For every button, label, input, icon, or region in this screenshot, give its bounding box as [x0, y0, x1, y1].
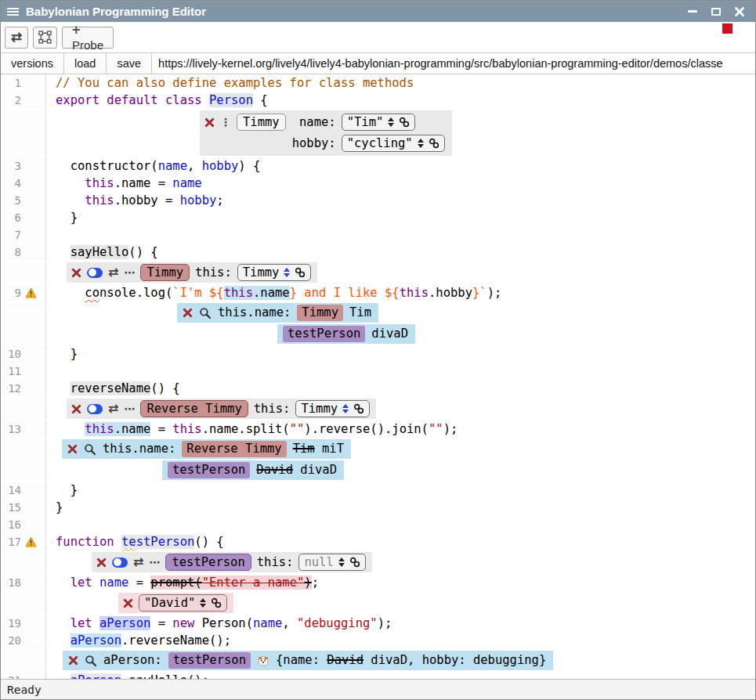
stepper-icon[interactable]: [342, 404, 349, 413]
example-widget-class: ⋮ Timmy name: "Tim" hobby:: [1, 110, 755, 156]
delete-example-icon[interactable]: [71, 268, 81, 278]
more-options-icon[interactable]: ⋯: [124, 267, 135, 278]
delete-probe-icon[interactable]: [183, 308, 193, 318]
link-icon[interactable]: [353, 403, 364, 414]
delete-example-icon[interactable]: [71, 404, 81, 414]
menu-icon[interactable]: [1, 8, 24, 16]
example-name-badge[interactable]: testPerson: [165, 554, 251, 571]
probe-old-value: David: [327, 653, 364, 667]
delete-replacement-icon[interactable]: [123, 598, 133, 608]
toggle-switch[interactable]: [87, 268, 103, 278]
this-value-box[interactable]: Timmy: [295, 400, 370, 417]
swap-examples-button[interactable]: ⇄: [5, 27, 28, 49]
line-number: 10: [1, 345, 21, 363]
maximize-button[interactable]: [710, 6, 722, 17]
probe-example-badge[interactable]: testPerson: [168, 462, 250, 478]
code-line: 14 }: [1, 482, 755, 499]
example-name-badge[interactable]: Timmy: [237, 114, 286, 131]
code-line: 13 this.name = this.name.split("").rever…: [1, 420, 755, 438]
this-value[interactable]: null: [304, 554, 333, 570]
minimize-button[interactable]: [686, 6, 699, 17]
replacement-value-box[interactable]: "David": [139, 594, 227, 612]
url-field[interactable]: https://lively-kernel.org/lively4/lively…: [152, 53, 755, 74]
code-line: 8 sayHello() {: [1, 244, 755, 261]
status-bar: Ready: [1, 679, 755, 699]
stepper-icon[interactable]: [418, 139, 424, 148]
probe-example-badge[interactable]: testPerson: [283, 326, 365, 342]
link-icon[interactable]: [211, 597, 222, 608]
stepper-icon[interactable]: [284, 268, 290, 277]
status-text: Ready: [7, 684, 42, 696]
trace-arrows-icon[interactable]: ⇄: [108, 402, 118, 415]
field-value-box[interactable]: "Tim": [342, 114, 416, 131]
this-label: this:: [254, 402, 291, 416]
toggle-switch[interactable]: [87, 404, 103, 414]
delete-example-icon[interactable]: [204, 117, 215, 128]
trace-arrows-icon[interactable]: ⇄: [133, 556, 143, 568]
bounds-button[interactable]: [33, 27, 57, 49]
field-value[interactable]: "Tim": [347, 114, 384, 130]
plus-icon: +: [72, 23, 81, 37]
trace-arrows-icon[interactable]: ⇄: [108, 266, 118, 279]
probe-example-badge[interactable]: Reverse Timmy: [182, 441, 286, 457]
code-line: 10 }: [1, 345, 755, 363]
code-line: 19 let aPerson = new Person(name, "debug…: [1, 615, 755, 632]
line-number: 21: [1, 672, 21, 679]
close-button[interactable]: [733, 6, 746, 17]
selection-bounds-icon: [38, 31, 52, 44]
example-name-badge[interactable]: Timmy: [140, 264, 190, 281]
example-widget-reversename: ⇄ ⋯ Reverse Timmy this: Timmy: [1, 399, 755, 419]
replacement-value[interactable]: "David": [144, 595, 195, 611]
line-number: 1: [1, 74, 21, 92]
link-icon[interactable]: [349, 557, 360, 568]
code-line: 4 this.name = name: [1, 175, 755, 192]
save-button[interactable]: save: [107, 53, 152, 74]
probe-old-value: Tim: [293, 442, 315, 456]
field-value-box[interactable]: "cycling": [342, 135, 445, 152]
unsaved-indicator: [722, 23, 732, 34]
example-widget-sayhello: ⇄ ⋯ Timmy this: Timmy: [1, 262, 755, 283]
code-line: 5 this.hobby = hobby;: [1, 192, 755, 209]
link-icon[interactable]: [399, 117, 410, 128]
window-titlebar: Babylonian Programming Editor: [1, 1, 755, 22]
stepper-icon[interactable]: [200, 598, 206, 608]
delete-example-icon[interactable]: [96, 557, 107, 568]
this-label: this:: [257, 555, 294, 569]
more-options-icon[interactable]: ⋯: [124, 403, 135, 414]
code-line: 11: [1, 363, 755, 380]
probe-widget-reversename: this.name: Reverse Timmy Tim miT testPer…: [1, 439, 755, 480]
code-line: 3 constructor(name, hobby) {: [1, 157, 755, 175]
link-icon[interactable]: [295, 267, 306, 278]
probe-value: divaD: [371, 326, 408, 342]
more-options-icon[interactable]: ⋯: [149, 557, 160, 568]
versions-button[interactable]: versions: [1, 53, 64, 74]
probe-value: miT: [322, 442, 344, 456]
add-probe-button[interactable]: + Probe: [62, 27, 114, 49]
delete-probe-icon[interactable]: [67, 444, 78, 454]
load-button[interactable]: load: [64, 53, 107, 74]
code-editor[interactable]: 1// You can also define examples for cla…: [1, 74, 755, 679]
probe-value: {name:: [276, 653, 327, 667]
stepper-icon[interactable]: [388, 117, 394, 127]
probe-example-badge[interactable]: testPerson: [168, 652, 251, 669]
window-title: Babylonian Programming Editor: [26, 5, 206, 18]
link-icon[interactable]: [429, 138, 439, 149]
delete-probe-icon[interactable]: [68, 655, 78, 666]
line-number: 15: [1, 499, 21, 516]
probe-example-badge[interactable]: Timmy: [297, 305, 343, 321]
this-value-box[interactable]: null: [298, 554, 365, 571]
magnifier-icon: [84, 443, 96, 456]
this-value[interactable]: Timmy: [301, 401, 338, 417]
toggle-switch[interactable]: [112, 557, 128, 568]
code-line: 9 console.log(`I'm ${this.name} and I li…: [1, 284, 755, 301]
drag-handle-icon[interactable]: ⋮: [220, 117, 231, 128]
field-value[interactable]: "cycling": [347, 135, 413, 151]
example-name-badge[interactable]: Reverse Timmy: [140, 400, 248, 417]
line-number: 18: [1, 574, 21, 591]
stepper-icon[interactable]: [338, 557, 345, 567]
this-value-box[interactable]: Timmy: [237, 264, 312, 281]
probe-value: divaD: [300, 463, 337, 477]
this-value[interactable]: Timmy: [243, 265, 280, 280]
magnifier-icon: [85, 655, 97, 667]
probe-label: this.name:: [103, 441, 175, 457]
